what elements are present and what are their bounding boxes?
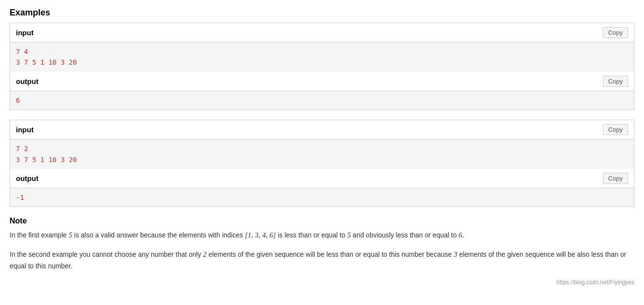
output-label-2: output — [16, 174, 39, 182]
note-paragraph-2: In the second example you cannot choose … — [10, 249, 634, 272]
example-block-1: input Copy 7 4 3 7 5 1 10 3 20 output Co… — [10, 23, 634, 110]
input-label-1: input — [16, 28, 34, 37]
input-line-1-1: 7 4 — [16, 46, 628, 57]
input-line-1-2: 3 7 5 1 10 3 20 — [16, 57, 628, 68]
copy-input-button-2[interactable]: Copy — [603, 124, 628, 135]
input-content-2: 7 2 3 7 5 1 10 3 20 — [10, 139, 634, 169]
output-label-1: output — [16, 77, 39, 85]
output-value-2: -1 — [16, 192, 628, 203]
output-value-1: 6 — [16, 95, 628, 106]
page-title: Examples — [10, 8, 634, 18]
output-content-2: -1 — [10, 188, 634, 207]
input-header-2: input Copy — [10, 120, 634, 139]
output-header-1: output Copy — [10, 72, 634, 91]
math-5-1: 5 — [69, 231, 72, 239]
copy-output-button-2[interactable]: Copy — [603, 173, 628, 184]
input-content-1: 7 4 3 7 5 1 10 3 20 — [10, 42, 634, 72]
input-header-1: input Copy — [10, 23, 634, 42]
note-section: Note In the first example 5 is also a va… — [10, 217, 634, 286]
copy-input-button-1[interactable]: Copy — [603, 27, 628, 38]
math-6: 6 — [459, 231, 463, 239]
output-header-2: output Copy — [10, 169, 634, 188]
example-block-2: input Copy 7 2 3 7 5 1 10 3 20 output Co… — [10, 120, 634, 207]
note-paragraph-1: In the first example 5 is also a valid a… — [10, 229, 634, 242]
input-line-2-1: 7 2 — [16, 143, 628, 154]
note-title: Note — [10, 217, 634, 225]
math-indices: [1, 3, 4, 6] — [245, 231, 276, 239]
math-2: 2 — [203, 250, 207, 258]
math-3: 3 — [453, 250, 457, 258]
math-5-2: 5 — [347, 231, 351, 239]
copy-output-button-1[interactable]: Copy — [603, 76, 628, 87]
output-content-1: 6 — [10, 91, 634, 110]
input-label-2: input — [16, 125, 34, 134]
watermark: https://blog.csdn.net/Flyingyes — [10, 279, 634, 286]
input-line-2-2: 3 7 5 1 10 3 20 — [16, 154, 628, 165]
